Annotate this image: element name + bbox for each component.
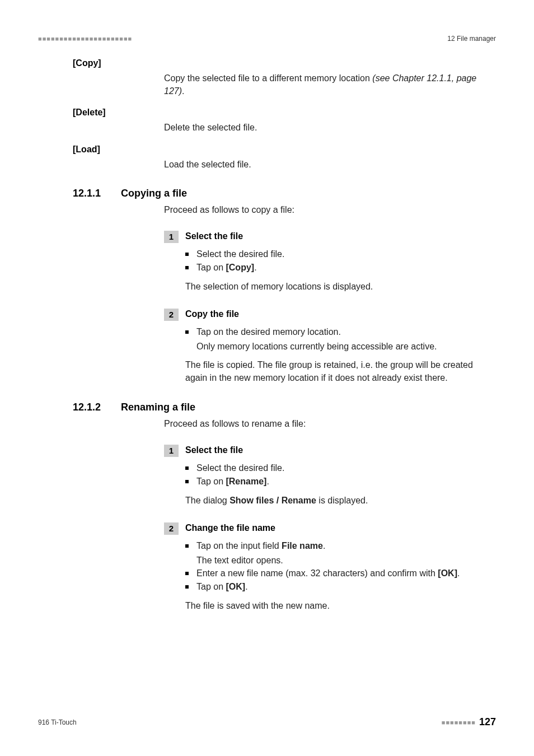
section-12-1-2: 12.1.2 Renaming a file	[73, 402, 496, 413]
list-item: Select the desired file.	[185, 248, 496, 261]
sec1-step2: 2 Copy the file Tap on the desired memor…	[164, 309, 496, 385]
bullet-text: Enter a new file name (max. 32 character…	[196, 567, 496, 580]
text: .	[457, 568, 460, 578]
section-intro: Proceed as follows to copy a file:	[164, 205, 496, 215]
text: Tap on	[196, 582, 226, 591]
header-dashes: ■■■■■■■■■■■■■■■■■■■■■■	[38, 35, 132, 42]
section-num: 12.1.1	[73, 188, 121, 199]
text: The dialog	[185, 496, 229, 505]
footer-dashes: ■■■■■■■■	[442, 719, 476, 726]
page-number: 127	[479, 716, 496, 728]
step-result: The file is copied. The file group is re…	[185, 358, 496, 384]
list-item: Tap on [Rename].	[185, 475, 496, 488]
def-delete-body: Delete the selected file.	[164, 121, 496, 134]
list-item: Tap on [Copy].	[185, 261, 496, 274]
text: Enter a new file name (max. 32 character…	[196, 568, 438, 578]
text: .	[245, 582, 247, 591]
page-footer: 916 Ti-Touch ■■■■■■■■ 127	[38, 716, 496, 728]
list-item: Tap on [OK].	[185, 580, 496, 594]
text: Tap on	[196, 477, 226, 486]
list-item: Tap on the input field File name. The te…	[185, 539, 496, 567]
text: .	[266, 477, 269, 486]
bullet-icon	[185, 572, 189, 575]
bullet-list: Select the desired file. Tap on [Copy].	[185, 248, 496, 274]
bullet-icon	[185, 544, 189, 548]
sec1-step1: 1 Select the file Select the desired fil…	[164, 231, 496, 293]
step-title: Select the file	[185, 445, 243, 455]
section-intro: Proceed as follows to rename a file:	[164, 419, 496, 429]
field-ref: File name	[282, 541, 323, 550]
step-header: 2 Change the file name	[164, 522, 496, 535]
sec2-step2: 2 Change the file name Tap on the input …	[164, 522, 496, 612]
sub-text: Only memory locations currently being ac…	[196, 340, 496, 353]
bullet-icon	[185, 266, 189, 269]
bullet-icon	[185, 330, 189, 334]
step-header: 1 Select the file	[164, 231, 496, 243]
sec2-step1: 1 Select the file Select the desired fil…	[164, 445, 496, 507]
bullet-icon	[185, 480, 189, 483]
list-item: Enter a new file name (max. 32 character…	[185, 567, 496, 580]
step-number: 2	[164, 522, 179, 535]
bullet-icon	[185, 585, 189, 589]
def-copy-text: Copy the selected file to a different me…	[164, 73, 372, 83]
def-load-body: Load the selected file.	[164, 158, 496, 171]
bullet-list: Select the desired file. Tap on [Rename]…	[185, 461, 496, 488]
dialog-ref: Show files / Rename	[229, 496, 316, 505]
def-copy-term: [Copy]	[38, 58, 496, 68]
text: .	[254, 263, 256, 272]
text: is displayed.	[316, 496, 368, 505]
bullet-icon	[185, 253, 189, 256]
step-number: 1	[164, 231, 179, 243]
def-copy-body: Copy the selected file to a different me…	[164, 72, 496, 97]
text: Tap on the desired memory location.	[196, 327, 341, 337]
list-item: Select the desired file.	[185, 461, 496, 475]
text: Tap on the input field	[196, 541, 282, 550]
step-result: The file is saved with the new name.	[185, 599, 496, 612]
step-result: The selection of memory locations is dis…	[185, 280, 496, 293]
step-result: The dialog Show files / Rename is displa…	[185, 494, 496, 507]
button-ref: [OK]	[438, 568, 457, 578]
button-ref: [OK]	[226, 582, 245, 591]
step-title: Select the file	[185, 231, 243, 241]
list-item: Tap on the desired memory location. Only…	[185, 325, 496, 353]
header-chapter: 12 File manager	[447, 35, 496, 43]
section-title: Renaming a file	[121, 402, 195, 413]
bullet-text: Tap on [Copy].	[196, 261, 496, 274]
page-header: ■■■■■■■■■■■■■■■■■■■■■■ 12 File manager	[38, 35, 496, 43]
bullet-text: Select the desired file.	[196, 461, 496, 475]
footer-product: 916 Ti-Touch	[38, 718, 77, 726]
button-ref: [Copy]	[226, 263, 254, 272]
section-12-1-1: 12.1.1 Copying a file	[73, 188, 496, 199]
step-number: 1	[164, 445, 179, 457]
text: Tap on	[196, 263, 226, 272]
step-header: 2 Copy the file	[164, 309, 496, 321]
def-copy-text-end: .	[182, 86, 184, 96]
bullet-text: Tap on [Rename].	[196, 475, 496, 488]
footer-right: ■■■■■■■■ 127	[442, 716, 496, 728]
section-title: Copying a file	[121, 188, 187, 199]
bullet-text: Select the desired file.	[196, 248, 496, 261]
def-delete-term: [Delete]	[38, 108, 496, 118]
def-load-term: [Load]	[38, 144, 496, 155]
bullet-list: Tap on the input field File name. The te…	[185, 539, 496, 594]
step-header: 1 Select the file	[164, 445, 496, 457]
section-num: 12.1.2	[73, 402, 121, 413]
text: .	[323, 541, 325, 550]
bullet-icon	[185, 466, 189, 470]
step-title: Change the file name	[185, 522, 275, 533]
sub-text: The text editor opens.	[196, 554, 496, 567]
step-number: 2	[164, 309, 179, 321]
bullet-text: Tap on the desired memory location. Only…	[196, 325, 496, 353]
bullet-text: Tap on the input field File name. The te…	[196, 539, 496, 567]
bullet-text: Tap on [OK].	[196, 580, 496, 594]
button-ref: [Rename]	[226, 477, 266, 486]
step-title: Copy the file	[185, 309, 239, 319]
bullet-list: Tap on the desired memory location. Only…	[185, 325, 496, 353]
